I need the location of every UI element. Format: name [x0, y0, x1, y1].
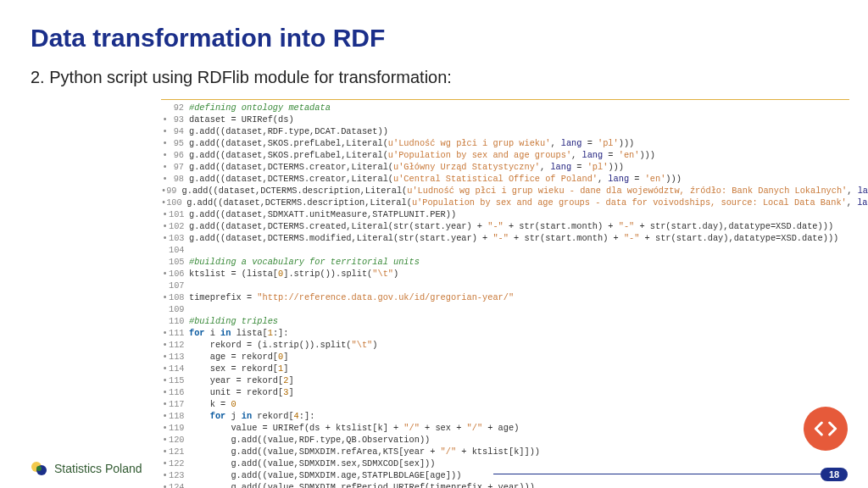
code-line: •93dataset = URIRef(ds): [161, 114, 849, 125]
code-line: •119 value = URIRef(ds + ktslist[k] + "/…: [161, 422, 849, 434]
svg-point-2: [36, 466, 42, 471]
code-line: •124 g.add((value,SDMXDIM.refPeriod,URIR…: [161, 481, 849, 488]
code-line: •121 g.add((value,SDMXDIM.refArea,KTS[ye…: [161, 446, 849, 458]
code-line: •117 k = 0: [161, 398, 849, 410]
code-line: •123 g.add((value,SDMXDIM.age,STATPLBDLA…: [161, 469, 849, 481]
code-line: •94g.add((dataset,RDF.type,DCAT.Dataset)…: [161, 125, 849, 137]
code-line: •97g.add((dataset,DCTERMS.creator,Litera…: [161, 161, 849, 173]
statistics-poland-icon: [31, 459, 49, 478]
code-line: •116 unit = rekord[3]: [161, 386, 849, 398]
code-line: •106ktslist = (lista[0].strip()).split("…: [161, 268, 849, 280]
code-line: •113 age = rekord[0]: [161, 351, 849, 363]
code-line: •95g.add((dataset,SKOS.prefLabel,Literal…: [161, 137, 849, 149]
code-line: •120 g.add((value,RDF.type,QB.Observatio…: [161, 434, 849, 446]
code-line: •96g.add((dataset,SKOS.prefLabel,Literal…: [161, 149, 849, 161]
page-title: Data transformation into RDF: [31, 24, 837, 53]
code-line: •112 rekord = (i.strip()).split("\t"): [161, 339, 849, 351]
code-line: 110#building triples: [161, 315, 849, 327]
footer-rule: [493, 474, 821, 474]
code-line: •98g.add((dataset,DCTERMS.creator,Litera…: [161, 173, 849, 185]
code-line: •100g.add((dataset,DCTERMS.description,L…: [161, 197, 849, 208]
code-line: 109: [161, 303, 849, 315]
page-number: 18: [821, 468, 848, 481]
code-line: •111for i in lista[1:]:: [161, 327, 849, 339]
code-line: •103g.add((dataset,DCTERMS.modified,Lite…: [161, 232, 849, 244]
code-line: •122 g.add((value,SDMXDIM.sex,SDMXCOD[se…: [161, 458, 849, 469]
code-line: •99g.add((dataset,DCTERMS.description,Li…: [161, 185, 849, 197]
code-line: 105#building a vocabulary for territoria…: [161, 256, 849, 268]
page-subtitle: 2. Python script using RDFlib module for…: [31, 68, 837, 87]
code-line: •114 sex = rekord[1]: [161, 363, 849, 374]
code-line: 104: [161, 244, 849, 256]
code-line: •101g.add((dataset,SDMXATT.unitMeasure,S…: [161, 208, 849, 220]
code-line: •118 for j in rekord[4:]:: [161, 410, 849, 422]
code-line: •108timeprefix = "http://reference.data.…: [161, 291, 849, 303]
footer-logo: Statistics Poland: [31, 459, 142, 478]
code-line: •115 year = rekord[2]: [161, 374, 849, 386]
code-line: •102g.add((dataset,DCTERMS.created,Liter…: [161, 220, 849, 232]
slide: Data transformation into RDF 2. Python s…: [0, 0, 868, 488]
code-line: 107: [161, 280, 849, 291]
code-icon: [804, 407, 848, 451]
code-block: 92#defining ontology metadata•93dataset …: [161, 99, 849, 488]
code-line: 92#defining ontology metadata: [161, 102, 849, 114]
footer-logo-text: Statistics Poland: [54, 462, 142, 475]
